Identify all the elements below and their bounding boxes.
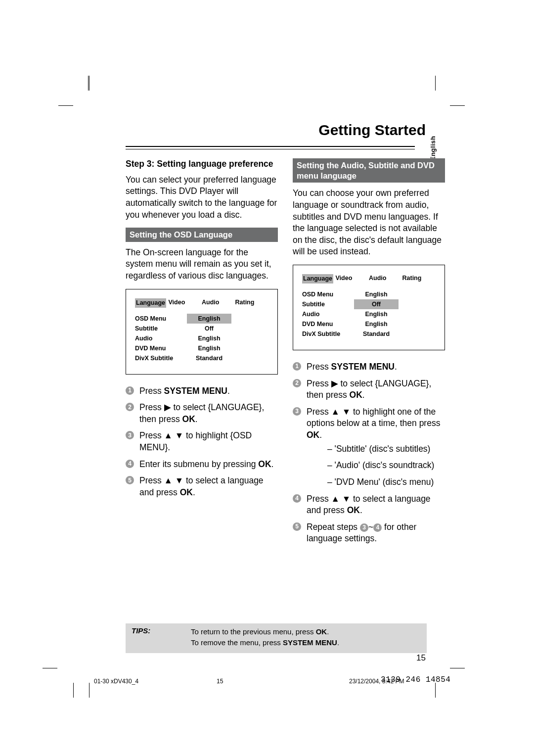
- menu-row-label: DivX Subtitle: [302, 329, 354, 339]
- menu-row-label: Audio: [135, 333, 187, 343]
- menu-row: DVD MenuEnglish: [302, 319, 436, 329]
- footer-page: 15: [217, 678, 223, 685]
- step-subitem: 'Audio' (disc's soundtrack): [313, 460, 445, 472]
- step-subitem: 'DVD Menu' (disc's menu): [313, 476, 445, 488]
- menu-row: SubtitleOff: [135, 324, 268, 333]
- menu-row-value: Off: [187, 324, 231, 333]
- step-item: 1Press SYSTEM MENU.: [126, 385, 278, 397]
- tips-line-1: To return to the previous menu, press OK…: [191, 626, 421, 637]
- menu-row-value: Standard: [354, 329, 399, 339]
- menu-row: AudioEnglish: [302, 309, 436, 319]
- step-number-icon: 4: [126, 460, 134, 468]
- menu-row-value: English: [354, 289, 399, 299]
- tips-banner: TIPS: To return to the previous menu, pr…: [126, 623, 427, 653]
- audio-menu-screenshot: LanguageVideoAudioRating OSD MenuEnglish…: [293, 265, 445, 350]
- step-text: Press ▶ to select {LANGUAGE}, then press…: [307, 378, 431, 400]
- step-number-icon: 1: [126, 386, 134, 395]
- menu-row: DVD MenuEnglish: [135, 343, 268, 353]
- right-column: Setting the Audio, Subtitle and DVD menu…: [293, 158, 445, 550]
- menu-tab: Video: [169, 298, 202, 308]
- step-item: 4Enter its submenu by pressing OK.: [126, 459, 278, 471]
- step-heading: Step 3: Setting language preference: [126, 158, 278, 170]
- menu-row: OSD MenuEnglish: [135, 314, 268, 324]
- step-number-icon: 2: [126, 403, 134, 411]
- menu-row: OSD MenuEnglish: [302, 289, 436, 299]
- menu-row-value: English: [187, 314, 231, 324]
- step-number-icon: 3: [126, 431, 134, 439]
- menu-row: AudioEnglish: [135, 333, 268, 343]
- step-text: Press SYSTEM MENU.: [139, 386, 230, 396]
- osd-step-list: 1Press SYSTEM MENU.2Press ▶ to select {L…: [126, 385, 278, 499]
- step-text: Press ▲ ▼ to highlight {OSD MENU}.: [139, 430, 252, 452]
- audio-intro: You can choose your own preferred langua…: [293, 188, 445, 258]
- step-text: Repeat steps 3~4 for other language sett…: [307, 522, 416, 544]
- left-column: Step 3: Setting language preference You …: [126, 158, 278, 550]
- step-item: 5Repeat steps 3~4 for other language set…: [293, 521, 445, 545]
- menu-tab: Audio: [369, 274, 402, 284]
- language-tab: English: [429, 136, 437, 161]
- step-number-icon: 3: [293, 407, 301, 416]
- menu-row-value: English: [354, 319, 399, 329]
- section-band-audio: Setting the Audio, Subtitle and DVD menu…: [293, 158, 445, 183]
- audio-step-list: 1Press SYSTEM MENU.2Press ▶ to select {L…: [293, 361, 445, 545]
- footer-doc-name: 01-30 xDV430_4: [94, 678, 138, 685]
- menu-tab: Audio: [202, 298, 235, 308]
- menu-tab: Video: [336, 274, 369, 284]
- intro-paragraph: You can select your preferred language s…: [126, 174, 278, 221]
- menu-row-label: Subtitle: [135, 324, 187, 333]
- step-text: Press ▶ to select {LANGUAGE}, then press…: [139, 402, 264, 424]
- menu-row: DivX SubtitleStandard: [135, 353, 268, 363]
- step-item: 1Press SYSTEM MENU.: [293, 361, 445, 373]
- step-text: Enter its submenu by pressing OK.: [139, 459, 273, 469]
- footer-serial: 3139 246 14854: [381, 675, 450, 684]
- step-number-icon: 4: [293, 494, 301, 503]
- menu-tab: Language: [135, 298, 169, 308]
- step-item: 4Press ▲ ▼ to select a language and pres…: [293, 493, 445, 517]
- title-rule: [126, 146, 415, 149]
- section-band-osd: Setting the OSD Language: [126, 228, 278, 242]
- step-number-icon: 2: [293, 379, 301, 387]
- step-text: Press SYSTEM MENU.: [307, 362, 397, 372]
- menu-row-label: OSD Menu: [135, 314, 187, 324]
- menu-row: SubtitleOff: [302, 299, 436, 309]
- menu-row-label: OSD Menu: [302, 289, 354, 299]
- menu-row: DivX SubtitleStandard: [302, 329, 436, 339]
- step-item: 2Press ▶ to select {LANGUAGE}, then pres…: [293, 378, 445, 401]
- page-title: Getting Started: [318, 122, 426, 139]
- step-number-icon: 5: [126, 476, 134, 484]
- menu-row-label: Audio: [302, 309, 354, 319]
- step-item: 2Press ▶ to select {LANGUAGE}, then pres…: [126, 402, 278, 425]
- menu-row-value: Standard: [187, 353, 231, 363]
- menu-row-value: Off: [354, 299, 399, 309]
- menu-row-label: DVD Menu: [135, 343, 187, 353]
- menu-row-value: English: [187, 343, 231, 353]
- menu-row-value: English: [187, 333, 231, 343]
- page-number: 15: [416, 653, 426, 663]
- step-item: 5Press ▲ ▼ to select a language and pres…: [126, 475, 278, 498]
- menu-row-label: DivX Subtitle: [135, 353, 187, 363]
- step-text: Press ▲ ▼ to highlight one of the option…: [307, 407, 440, 440]
- menu-tab: Rating: [235, 298, 269, 308]
- step-number-icon: 5: [293, 522, 301, 531]
- menu-row-value: English: [354, 309, 399, 319]
- tips-label: TIPS:: [132, 626, 166, 648]
- step-text: Press ▲ ▼ to select a language and press…: [307, 494, 431, 516]
- osd-intro: The On-screen language for the system me…: [126, 247, 278, 282]
- step-item: 3Press ▲ ▼ to highlight {OSD MENU}.: [126, 430, 278, 453]
- step-number-icon: 1: [293, 362, 301, 371]
- step-subitem: 'Subtitle' (disc's subtitles): [313, 443, 445, 455]
- step-text: Press ▲ ▼ to select a language and press…: [139, 475, 264, 497]
- menu-tab: Language: [302, 274, 336, 284]
- menu-row-label: DVD Menu: [302, 319, 354, 329]
- tips-line-2: To remove the menu, press SYSTEM MENU.: [191, 637, 421, 648]
- menu-row-label: Subtitle: [302, 299, 354, 309]
- step-item: 3Press ▲ ▼ to highlight one of the optio…: [293, 406, 445, 488]
- menu-tab: Rating: [402, 274, 436, 284]
- osd-menu-screenshot: LanguageVideoAudioRating OSD MenuEnglish…: [126, 289, 278, 375]
